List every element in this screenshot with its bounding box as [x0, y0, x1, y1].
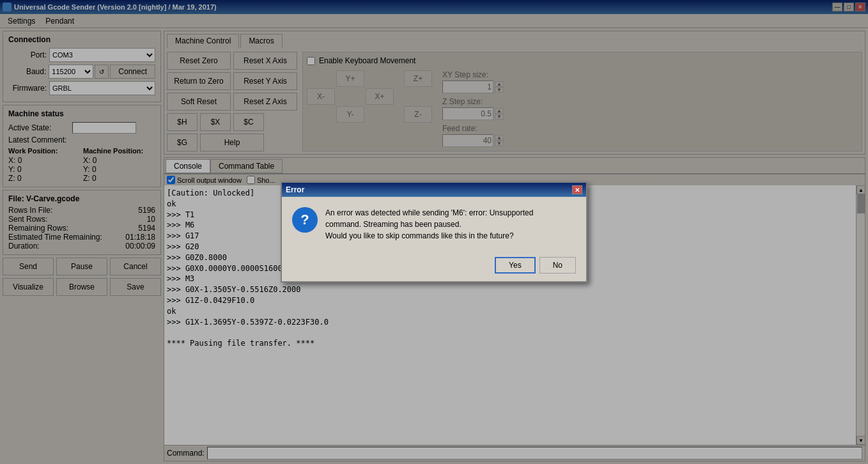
- modal-message-line2: command. Streaming has been paused.: [325, 219, 576, 230]
- yes-button[interactable]: Yes: [495, 257, 536, 274]
- modal-message: An error was detected while sending 'M6'…: [325, 207, 576, 242]
- modal-message-line3: Would you like to skip commands like thi…: [325, 230, 576, 242]
- no-button[interactable]: No: [539, 257, 576, 274]
- modal-close-button[interactable]: ✕: [572, 185, 582, 194]
- modal-title-bar: Error ✕: [282, 183, 586, 197]
- modal-overlay: Error ✕ ? An error was detected while se…: [0, 0, 868, 464]
- modal-body: ? An error was detected while sending 'M…: [282, 197, 586, 252]
- modal-message-line1: An error was detected while sending 'M6'…: [325, 207, 576, 219]
- modal-title: Error: [286, 185, 304, 194]
- modal-icon: ?: [292, 207, 318, 233]
- error-dialog: Error ✕ ? An error was detected while se…: [281, 182, 587, 282]
- modal-buttons: Yes No: [282, 252, 586, 281]
